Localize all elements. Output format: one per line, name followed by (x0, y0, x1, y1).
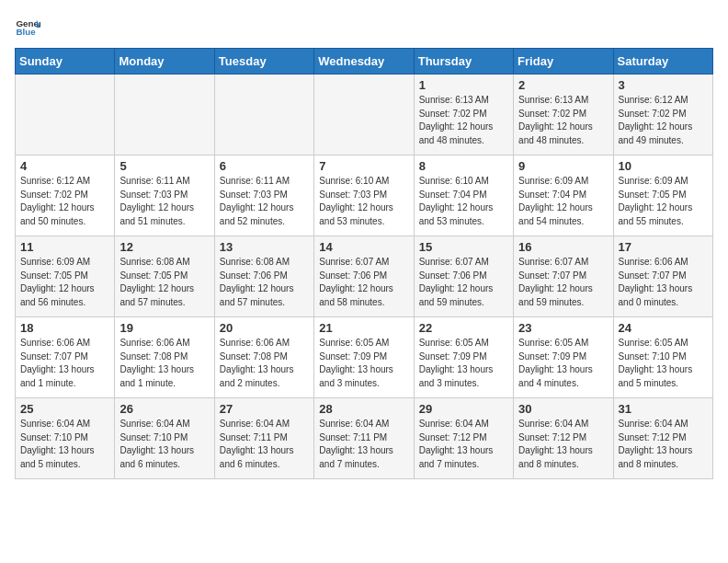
day-number: 20 (220, 321, 309, 335)
day-number: 4 (20, 159, 109, 173)
calendar-cell: 1Sunrise: 6:13 AM Sunset: 7:02 PM Daylig… (414, 75, 513, 155)
calendar-cell: 7Sunrise: 6:10 AM Sunset: 7:03 PM Daylig… (314, 155, 414, 236)
page-header: General Blue (15, 15, 713, 40)
day-number: 30 (518, 402, 608, 416)
day-number: 28 (319, 402, 408, 416)
calendar-cell: 14Sunrise: 6:07 AM Sunset: 7:06 PM Dayli… (314, 236, 414, 317)
calendar-cell: 20Sunrise: 6:06 AM Sunset: 7:08 PM Dayli… (214, 317, 313, 398)
day-info: Sunrise: 6:11 AM Sunset: 7:03 PM Dayligh… (220, 175, 309, 228)
day-number: 19 (119, 321, 209, 335)
day-info: Sunrise: 6:04 AM Sunset: 7:10 PM Dayligh… (20, 418, 109, 471)
day-number: 24 (619, 321, 708, 335)
day-info: Sunrise: 6:04 AM Sunset: 7:10 PM Dayligh… (119, 418, 209, 471)
day-number: 5 (119, 159, 209, 173)
header-tuesday: Tuesday (214, 49, 313, 75)
header-saturday: Saturday (613, 49, 712, 75)
day-info: Sunrise: 6:06 AM Sunset: 7:08 PM Dayligh… (220, 337, 309, 390)
calendar-cell: 21Sunrise: 6:05 AM Sunset: 7:09 PM Dayli… (314, 317, 414, 398)
header-monday: Monday (115, 49, 214, 75)
calendar-week-row: 25Sunrise: 6:04 AM Sunset: 7:10 PM Dayli… (16, 398, 713, 479)
day-info: Sunrise: 6:06 AM Sunset: 7:07 PM Dayligh… (20, 337, 109, 390)
day-info: Sunrise: 6:13 AM Sunset: 7:02 PM Dayligh… (518, 94, 608, 147)
day-info: Sunrise: 6:12 AM Sunset: 7:02 PM Dayligh… (20, 175, 109, 228)
day-info: Sunrise: 6:10 AM Sunset: 7:04 PM Dayligh… (419, 175, 508, 228)
day-info: Sunrise: 6:11 AM Sunset: 7:03 PM Dayligh… (119, 175, 209, 228)
calendar-cell: 25Sunrise: 6:04 AM Sunset: 7:10 PM Dayli… (16, 398, 115, 479)
day-number: 2 (518, 78, 608, 92)
calendar-cell (214, 75, 313, 155)
calendar-header-row: SundayMondayTuesdayWednesdayThursdayFrid… (16, 49, 713, 75)
day-number: 14 (319, 240, 408, 254)
header-friday: Friday (514, 49, 613, 75)
calendar-cell: 9Sunrise: 6:09 AM Sunset: 7:04 PM Daylig… (514, 155, 613, 236)
calendar-week-row: 18Sunrise: 6:06 AM Sunset: 7:07 PM Dayli… (16, 317, 713, 398)
day-number: 17 (619, 240, 708, 254)
calendar-cell: 24Sunrise: 6:05 AM Sunset: 7:10 PM Dayli… (613, 317, 712, 398)
day-number: 22 (419, 321, 508, 335)
day-number: 3 (619, 78, 708, 92)
calendar-cell: 19Sunrise: 6:06 AM Sunset: 7:08 PM Dayli… (115, 317, 214, 398)
calendar-cell: 5Sunrise: 6:11 AM Sunset: 7:03 PM Daylig… (115, 155, 214, 236)
calendar-cell: 4Sunrise: 6:12 AM Sunset: 7:02 PM Daylig… (16, 155, 115, 236)
day-info: Sunrise: 6:04 AM Sunset: 7:12 PM Dayligh… (619, 418, 708, 471)
calendar-cell: 18Sunrise: 6:06 AM Sunset: 7:07 PM Dayli… (16, 317, 115, 398)
calendar-cell: 23Sunrise: 6:05 AM Sunset: 7:09 PM Dayli… (514, 317, 613, 398)
day-number: 23 (518, 321, 608, 335)
day-info: Sunrise: 6:09 AM Sunset: 7:05 PM Dayligh… (619, 175, 708, 228)
day-info: Sunrise: 6:08 AM Sunset: 7:06 PM Dayligh… (220, 256, 309, 309)
calendar-cell (16, 75, 115, 155)
calendar-cell (115, 75, 214, 155)
day-info: Sunrise: 6:07 AM Sunset: 7:06 PM Dayligh… (319, 256, 408, 309)
day-info: Sunrise: 6:04 AM Sunset: 7:12 PM Dayligh… (518, 418, 608, 471)
day-info: Sunrise: 6:12 AM Sunset: 7:02 PM Dayligh… (619, 94, 708, 147)
calendar-cell: 22Sunrise: 6:05 AM Sunset: 7:09 PM Dayli… (414, 317, 513, 398)
day-number: 29 (419, 402, 508, 416)
day-number: 12 (119, 240, 209, 254)
day-number: 26 (119, 402, 209, 416)
day-number: 7 (319, 159, 408, 173)
calendar-cell: 10Sunrise: 6:09 AM Sunset: 7:05 PM Dayli… (613, 155, 712, 236)
day-info: Sunrise: 6:09 AM Sunset: 7:04 PM Dayligh… (518, 175, 608, 228)
day-number: 11 (20, 240, 109, 254)
svg-text:Blue: Blue (16, 27, 36, 37)
day-number: 27 (220, 402, 309, 416)
day-info: Sunrise: 6:05 AM Sunset: 7:09 PM Dayligh… (419, 337, 508, 390)
calendar-cell: 11Sunrise: 6:09 AM Sunset: 7:05 PM Dayli… (16, 236, 115, 317)
calendar-cell: 12Sunrise: 6:08 AM Sunset: 7:05 PM Dayli… (115, 236, 214, 317)
day-info: Sunrise: 6:04 AM Sunset: 7:12 PM Dayligh… (419, 418, 508, 471)
day-info: Sunrise: 6:07 AM Sunset: 7:07 PM Dayligh… (518, 256, 608, 309)
calendar-cell: 31Sunrise: 6:04 AM Sunset: 7:12 PM Dayli… (613, 398, 712, 479)
day-number: 16 (518, 240, 608, 254)
day-info: Sunrise: 6:06 AM Sunset: 7:07 PM Dayligh… (619, 256, 708, 309)
logo: General Blue (15, 15, 40, 40)
calendar-cell: 8Sunrise: 6:10 AM Sunset: 7:04 PM Daylig… (414, 155, 513, 236)
day-info: Sunrise: 6:07 AM Sunset: 7:06 PM Dayligh… (419, 256, 508, 309)
calendar-cell: 16Sunrise: 6:07 AM Sunset: 7:07 PM Dayli… (514, 236, 613, 317)
day-number: 1 (419, 78, 508, 92)
calendar-week-row: 1Sunrise: 6:13 AM Sunset: 7:02 PM Daylig… (16, 75, 713, 155)
calendar-cell: 28Sunrise: 6:04 AM Sunset: 7:11 PM Dayli… (314, 398, 414, 479)
calendar-cell: 2Sunrise: 6:13 AM Sunset: 7:02 PM Daylig… (514, 75, 613, 155)
day-info: Sunrise: 6:05 AM Sunset: 7:09 PM Dayligh… (518, 337, 608, 390)
day-number: 13 (220, 240, 309, 254)
day-info: Sunrise: 6:04 AM Sunset: 7:11 PM Dayligh… (220, 418, 309, 471)
day-info: Sunrise: 6:05 AM Sunset: 7:10 PM Dayligh… (619, 337, 708, 390)
day-info: Sunrise: 6:06 AM Sunset: 7:08 PM Dayligh… (119, 337, 209, 390)
day-number: 8 (419, 159, 508, 173)
calendar-cell: 3Sunrise: 6:12 AM Sunset: 7:02 PM Daylig… (613, 75, 712, 155)
day-number: 21 (319, 321, 408, 335)
day-number: 6 (220, 159, 309, 173)
calendar-week-row: 4Sunrise: 6:12 AM Sunset: 7:02 PM Daylig… (16, 155, 713, 236)
day-info: Sunrise: 6:09 AM Sunset: 7:05 PM Dayligh… (20, 256, 109, 309)
day-info: Sunrise: 6:05 AM Sunset: 7:09 PM Dayligh… (319, 337, 408, 390)
day-number: 25 (20, 402, 109, 416)
calendar-cell: 30Sunrise: 6:04 AM Sunset: 7:12 PM Dayli… (514, 398, 613, 479)
header-wednesday: Wednesday (314, 49, 414, 75)
day-number: 9 (518, 159, 608, 173)
calendar-week-row: 11Sunrise: 6:09 AM Sunset: 7:05 PM Dayli… (16, 236, 713, 317)
day-info: Sunrise: 6:08 AM Sunset: 7:05 PM Dayligh… (119, 256, 209, 309)
header-thursday: Thursday (414, 49, 513, 75)
day-info: Sunrise: 6:04 AM Sunset: 7:11 PM Dayligh… (319, 418, 408, 471)
calendar-cell: 6Sunrise: 6:11 AM Sunset: 7:03 PM Daylig… (214, 155, 313, 236)
day-number: 15 (419, 240, 508, 254)
